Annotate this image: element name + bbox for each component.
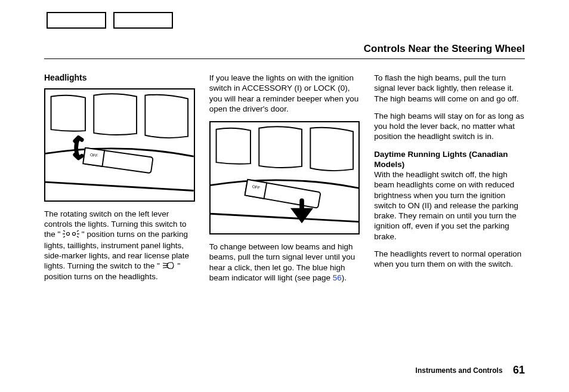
top-placeholder-boxes — [47, 12, 173, 29]
title-rule — [44, 58, 525, 59]
svg-line-13 — [163, 267, 168, 268]
svg-line-7 — [63, 236, 65, 237]
parking-lights-icon — [63, 230, 79, 240]
svg-line-10 — [77, 236, 79, 237]
placeholder-box — [47, 12, 106, 29]
svg-line-11 — [163, 263, 168, 264]
headlights-heading: Headlights — [44, 73, 195, 84]
drl-body: With the headlight switch off, the high … — [374, 170, 518, 241]
drl-paragraph-block: Daytime Running Lights (Canadian Models)… — [374, 149, 525, 242]
reminder-beeper-paragraph: If you leave the lights on with the igni… — [209, 73, 360, 114]
footer-page-number: 61 — [513, 364, 525, 376]
high-beam-pull-figure: OFF — [209, 121, 360, 234]
column-1: Headlights OFF The rotating switch on th… — [44, 73, 195, 290]
svg-point-4 — [73, 233, 76, 236]
placeholder-box — [113, 12, 173, 29]
headlight-switch-rotate-figure: OFF — [44, 88, 195, 202]
flash-high-beams-paragraph: To flash the high beams, pull the turn s… — [374, 73, 525, 104]
svg-line-5 — [63, 230, 65, 232]
svg-line-8 — [77, 230, 79, 232]
high-beams-hold-paragraph: The high beams will stay on for as long … — [374, 111, 525, 142]
page-footer: Instruments and Controls 61 — [416, 364, 525, 376]
headlights-icon — [162, 261, 175, 271]
column-3: To flash the high beams, pull the turn s… — [374, 73, 525, 290]
footer-section-name: Instruments and Controls — [416, 366, 503, 375]
page-title: Controls Near the Steering Wheel — [364, 43, 525, 55]
drl-subheading: Daytime Running Lights (Canadian Models) — [374, 150, 508, 169]
headlights-revert-paragraph: The headlights revert to normal operatio… — [374, 249, 525, 270]
text-fragment: ). — [342, 273, 347, 282]
svg-point-3 — [67, 233, 70, 236]
column-2: If you leave the lights on with the igni… — [209, 73, 360, 290]
headlights-paragraph: The rotating switch on the left lever co… — [44, 209, 195, 282]
content-columns: Headlights OFF The rotating switch on th… — [44, 73, 525, 290]
page-link-56[interactable]: 56 — [333, 273, 342, 282]
high-low-beam-paragraph: To change between low beams and high bea… — [209, 242, 360, 283]
